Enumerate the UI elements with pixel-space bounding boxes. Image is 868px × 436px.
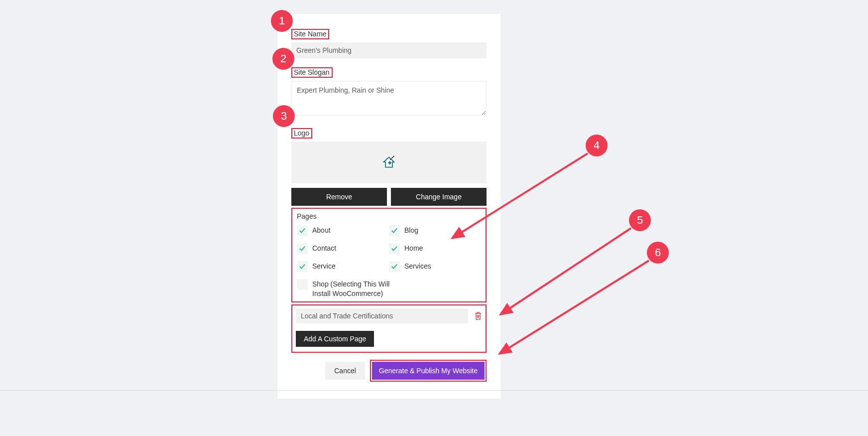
page-divider [0,390,868,391]
change-image-button[interactable]: Change Image [391,188,487,206]
generate-publish-button[interactable]: Generate & Publish My Website [372,362,485,380]
page-label: About [312,225,331,235]
add-custom-page-button[interactable]: Add A Custom Page [296,331,374,347]
settings-card: Site Name Site Slogan Logo Remove Chan [277,14,500,399]
checkbox-contact[interactable] [297,243,308,254]
annotation-marker-3: 3 [273,105,295,127]
checkbox-home[interactable] [389,243,400,254]
annotation-marker-6: 6 [647,242,669,264]
page-item-service: Service [297,261,389,272]
annotation-marker-4: 4 [586,135,608,156]
page-item-shop: Shop (Selecting This Will Install WooCom… [297,279,481,298]
page-label: Blog [404,225,418,235]
annotation-marker-1: 1 [271,10,293,32]
annotation-marker-5: 5 [629,209,651,231]
svg-point-4 [390,158,391,160]
checkbox-service[interactable] [297,261,308,272]
logo-label: Logo [291,128,312,139]
publish-button-outline: Generate & Publish My Website [370,360,487,382]
page-item-about: About [297,225,389,236]
page-item-home: Home [389,243,481,254]
page-label: Services [404,261,431,271]
site-name-label: Site Name [291,29,329,39]
remove-logo-button[interactable]: Remove [291,188,387,206]
svg-line-1 [500,228,631,314]
checkbox-shop[interactable] [297,279,308,290]
page-label: Service [312,261,336,271]
trash-icon[interactable] [474,311,482,320]
checkbox-blog[interactable] [389,225,400,236]
site-slogan-label: Site Slogan [291,67,333,78]
custom-page-section: Add A Custom Page [291,304,487,353]
site-slogan-input[interactable] [291,81,487,116]
page-label: Home [404,243,423,253]
logo-preview [291,142,487,183]
page-item-contact: Contact [297,243,389,254]
svg-line-3 [391,155,394,158]
custom-page-input[interactable] [296,308,468,323]
site-name-input[interactable] [291,42,487,58]
annotation-marker-2: 2 [272,48,294,70]
house-logo-icon [381,155,396,170]
page-label: Shop (Selecting This Will Install WooCom… [312,279,402,298]
page-item-services: Services [389,261,481,272]
checkbox-services[interactable] [389,261,400,272]
page-item-blog: Blog [389,225,481,236]
svg-line-2 [499,261,649,354]
pages-title: Pages [297,212,481,220]
page-label: Contact [312,243,336,253]
cancel-button[interactable]: Cancel [325,362,365,380]
checkbox-about[interactable] [297,225,308,236]
pages-section: Pages About Blog [291,208,487,302]
